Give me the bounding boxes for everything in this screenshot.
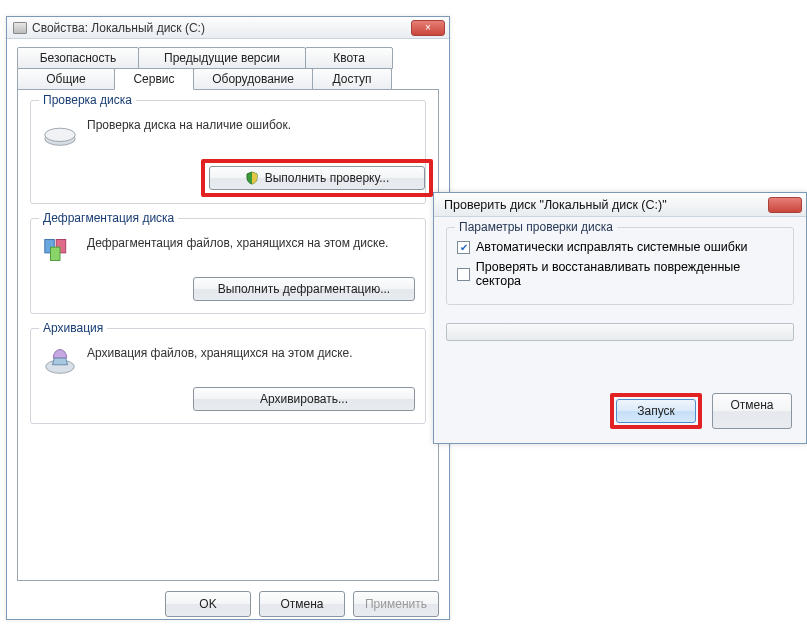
group-check-legend: Проверка диска <box>39 93 136 107</box>
option-scanrecover-row[interactable]: Проверять и восстанавливать поврежденные… <box>457 260 783 288</box>
defrag-icon <box>41 233 79 267</box>
svg-rect-4 <box>51 247 61 260</box>
check-titlebar[interactable]: Проверить диск "Локальный диск (C:)" <box>434 193 806 217</box>
window-title: Свойства: Локальный диск (C:) <box>32 21 411 35</box>
check-body: Параметры проверки диска Автоматически и… <box>434 217 806 439</box>
scanrecover-label: Проверять и восстанавливать поврежденные… <box>476 260 783 288</box>
titlebar[interactable]: Свойства: Локальный диск (C:) × <box>7 17 449 39</box>
dialog-button-row: OK Отмена Применить <box>17 591 439 617</box>
autofix-label: Автоматически исправлять системные ошибк… <box>476 240 747 254</box>
group-archive: Архивация Архивация файлов, хранящихся н… <box>30 328 426 424</box>
scanrecover-checkbox[interactable] <box>457 268 470 281</box>
check-button-row: Запуск Отмена <box>446 393 794 429</box>
check-window-title: Проверить диск "Локальный диск (C:)" <box>444 198 768 212</box>
check-options-group: Параметры проверки диска Автоматически и… <box>446 227 794 305</box>
group-archive-text: Архивация файлов, хранящихся на этом дис… <box>87 343 353 361</box>
progress-bar <box>446 323 794 341</box>
cancel-button[interactable]: Отмена <box>259 591 345 617</box>
svg-point-1 <box>45 128 75 141</box>
apply-button[interactable]: Применить <box>353 591 439 617</box>
tab-tools[interactable]: Сервис <box>114 68 194 90</box>
tab-security[interactable]: Безопасность <box>17 47 139 69</box>
group-defrag-legend: Дефрагментация диска <box>39 211 178 225</box>
client-area: Безопасность Предыдущие версии Квота Общ… <box>7 39 449 625</box>
tab-row-2: Общие Сервис Оборудование Доступ <box>17 68 439 90</box>
shield-icon <box>245 171 259 185</box>
group-check-disk: Проверка диска Проверка диска на наличие… <box>30 100 426 204</box>
highlight-start-button: Запуск <box>610 393 702 429</box>
drive-icon <box>13 22 27 34</box>
tab-row-1: Безопасность Предыдущие версии Квота <box>17 47 439 69</box>
ok-button[interactable]: OK <box>165 591 251 617</box>
tab-panel-tools: Проверка диска Проверка диска на наличие… <box>17 89 439 581</box>
archive-icon <box>41 343 79 377</box>
check-now-button[interactable]: Выполнить проверку... <box>209 166 425 190</box>
close-button[interactable]: × <box>411 20 445 36</box>
tab-sharing[interactable]: Доступ <box>312 68 392 90</box>
autofix-checkbox[interactable] <box>457 241 470 254</box>
check-disk-dialog: Проверить диск "Локальный диск (C:)" Пар… <box>433 192 807 444</box>
option-autofix-row[interactable]: Автоматически исправлять системные ошибк… <box>457 240 783 254</box>
highlight-check-button: Выполнить проверку... <box>201 159 433 197</box>
group-defrag: Дефрагментация диска Дефрагментация файл… <box>30 218 426 314</box>
check-cancel-button[interactable]: Отмена <box>712 393 792 429</box>
group-defrag-text: Дефрагментация файлов, хранящихся на это… <box>87 233 388 251</box>
archive-now-button[interactable]: Архивировать... <box>193 387 415 411</box>
start-button[interactable]: Запуск <box>616 399 696 423</box>
properties-window: Свойства: Локальный диск (C:) × Безопасн… <box>6 16 450 620</box>
tab-previous-versions[interactable]: Предыдущие версии <box>138 47 306 69</box>
defrag-now-button[interactable]: Выполнить дефрагментацию... <box>193 277 415 301</box>
tab-quota[interactable]: Квота <box>305 47 393 69</box>
group-check-text: Проверка диска на наличие ошибок. <box>87 115 291 133</box>
tab-hardware[interactable]: Оборудование <box>193 68 313 90</box>
check-now-label: Выполнить проверку... <box>265 171 390 185</box>
tab-general[interactable]: Общие <box>17 68 115 90</box>
group-archive-legend: Архивация <box>39 321 107 335</box>
disk-check-icon <box>41 115 79 149</box>
check-close-button[interactable] <box>768 197 802 213</box>
check-options-legend: Параметры проверки диска <box>455 220 617 234</box>
